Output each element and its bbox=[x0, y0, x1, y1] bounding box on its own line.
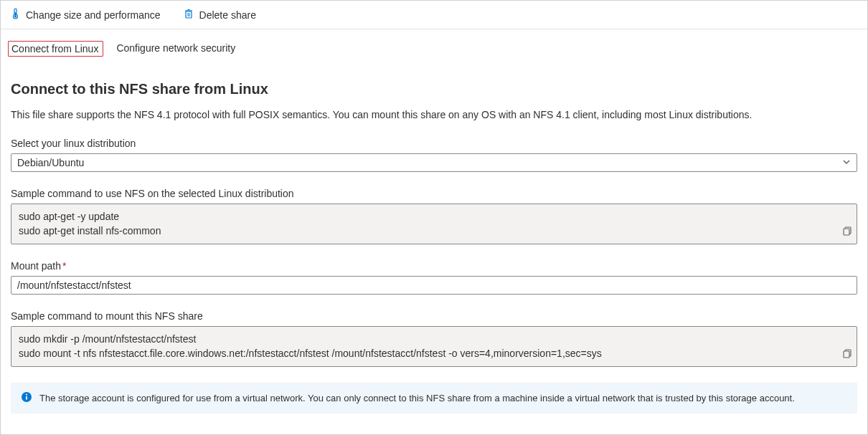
chevron-down-icon bbox=[842, 157, 851, 168]
distro-selected-value: Debian/Ubuntu bbox=[17, 157, 84, 168]
mount-path-input[interactable] bbox=[11, 276, 857, 295]
change-size-button[interactable]: Change size and performance bbox=[11, 8, 161, 21]
svg-rect-15 bbox=[26, 396, 27, 400]
delete-share-label: Delete share bbox=[199, 9, 256, 21]
svg-point-14 bbox=[26, 394, 27, 396]
install-cmd-label: Sample command to use NFS on the selecte… bbox=[11, 188, 857, 199]
svg-rect-12 bbox=[844, 351, 849, 358]
install-cmd-panel: sudo apt-get -y update sudo apt-get inst… bbox=[11, 204, 857, 244]
thermometer-icon bbox=[11, 8, 20, 21]
install-cmd-text: sudo apt-get -y update sudo apt-get inst… bbox=[19, 211, 161, 236]
info-banner: The storage account is configured for us… bbox=[11, 383, 857, 414]
mount-path-label: Mount path* bbox=[11, 260, 857, 272]
mount-cmd-panel: sudo mkdir -p /mount/nfstestacct/nfstest… bbox=[11, 326, 857, 367]
info-banner-text: The storage account is configured for us… bbox=[39, 393, 795, 403]
copy-install-cmd-button[interactable] bbox=[842, 226, 852, 240]
page-title: Connect to this NFS share from Linux bbox=[11, 81, 857, 97]
required-star: * bbox=[62, 260, 66, 272]
page-description: This file share supports the NFS 4.1 pro… bbox=[11, 109, 857, 120]
tab-configure-network-security[interactable]: Configure network security bbox=[116, 42, 235, 61]
distro-label: Select your linux distribution bbox=[11, 138, 857, 149]
info-icon bbox=[21, 391, 32, 405]
tabs: Connect from Linux Configure network sec… bbox=[1, 29, 867, 61]
tab-connect-from-linux[interactable]: Connect from Linux bbox=[8, 41, 103, 57]
trash-icon bbox=[184, 9, 194, 21]
mount-cmd-label: Sample command to mount this NFS share bbox=[11, 310, 857, 322]
toolbar: Change size and performance Delete share bbox=[1, 1, 867, 29]
svg-rect-10 bbox=[844, 229, 849, 235]
svg-rect-4 bbox=[186, 11, 192, 18]
mount-cmd-text: sudo mkdir -p /mount/nfstestacct/nfstest… bbox=[19, 333, 602, 359]
copy-mount-cmd-button[interactable] bbox=[842, 348, 852, 363]
distro-select[interactable]: Debian/Ubuntu bbox=[11, 153, 857, 172]
delete-share-button[interactable]: Delete share bbox=[184, 9, 256, 21]
change-size-label: Change size and performance bbox=[26, 9, 161, 21]
